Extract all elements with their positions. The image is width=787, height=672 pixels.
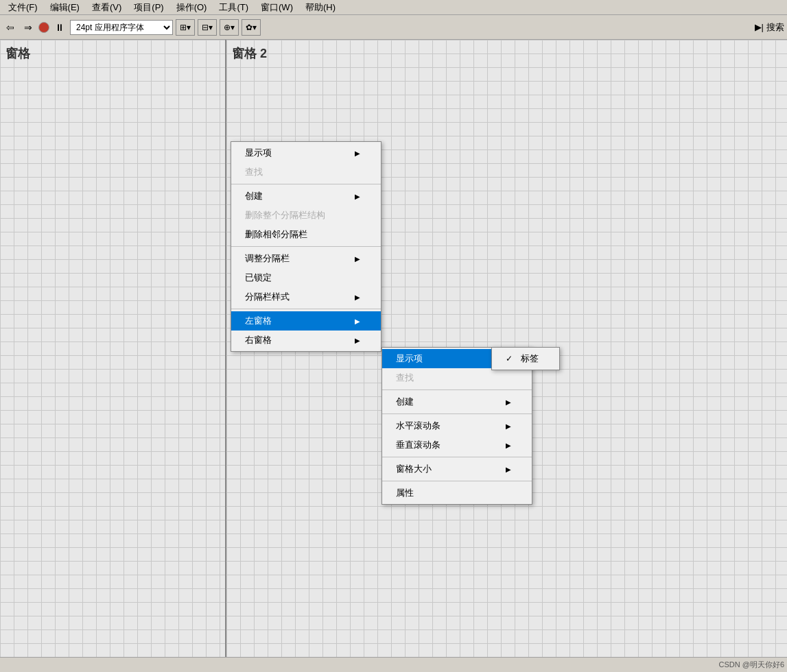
menu-l1-adjust[interactable]: 调整分隔栏 ▶: [231, 249, 381, 268]
arrow-icon: ▶: [355, 337, 360, 344]
menu-l3-label[interactable]: ✓ 标签: [492, 349, 559, 368]
right-pane-title: 窗格 2: [232, 45, 267, 62]
separator-2: [231, 246, 381, 247]
arrow-icon: ▶: [355, 293, 360, 301]
menu-l2-find: 查找: [382, 368, 532, 387]
menu-view[interactable]: 查看(V): [86, 0, 127, 15]
separator-3: [231, 309, 381, 309]
menu-file[interactable]: 文件(F): [3, 0, 43, 15]
menubar: 文件(F) 编辑(E) 查看(V) 项目(P) 操作(O) 工具(T) 窗口(W…: [0, 0, 787, 15]
menu-l1-locked[interactable]: 已锁定: [231, 268, 381, 287]
arrow-icon: ▶: [506, 466, 511, 473]
arrow-icon: ▶: [506, 422, 511, 430]
pause-btn[interactable]: ⏸: [52, 20, 67, 35]
back-btn[interactable]: ⇦: [3, 20, 18, 35]
arrow-icon: ▶: [506, 398, 511, 406]
menu-help[interactable]: 帮助(H): [300, 0, 341, 15]
menu-l1-find: 查找: [231, 163, 381, 182]
menu-l2-vscroll[interactable]: 垂直滚动条 ▶: [382, 435, 532, 455]
menu-l1-delete-all: 删除整个分隔栏结构: [231, 206, 381, 225]
forward-btn[interactable]: ⇒: [21, 20, 36, 35]
menu-l1-left-pane[interactable]: 左窗格 ▶: [231, 311, 381, 331]
arrow-icon: ▶: [355, 255, 360, 263]
icon-btn-2[interactable]: ⊟▾: [198, 19, 217, 36]
statusbar-right: CSDN @明天你好6: [718, 660, 784, 670]
arrow-icon: ▶: [355, 193, 360, 200]
icon-btn-4[interactable]: ✿▾: [242, 19, 261, 36]
main-area: 窗格 窗格 2 显示项 ▶ 查找 创建 ▶ 删除整个分隔栏结构 删除相邻分隔栏 …: [0, 40, 787, 657]
menu-l2-hscroll[interactable]: 水平滚动条 ▶: [382, 416, 532, 435]
separator-l2-1: [382, 389, 532, 390]
separator-l2-3: [382, 457, 532, 457]
icon-btn-3[interactable]: ⊕▾: [220, 19, 239, 36]
search-area: ▶| 搜索: [755, 21, 784, 34]
statusbar: CSDN @明天你好6: [0, 657, 787, 672]
left-pane: 窗格: [0, 40, 226, 657]
menu-edit[interactable]: 编辑(E): [45, 0, 85, 15]
search-label: 搜索: [766, 21, 784, 34]
font-size-select[interactable]: 24pt 应用程序字体: [70, 20, 173, 35]
left-pane-title: 窗格: [5, 45, 30, 62]
menu-project[interactable]: 项目(P): [128, 0, 169, 15]
toolbar: ⇦ ⇒ ⏸ 24pt 应用程序字体 ⊞▾ ⊟▾ ⊕▾ ✿▾ ▶| 搜索: [0, 15, 787, 40]
left-pane-grid: 窗格: [0, 40, 225, 657]
menu-operate[interactable]: 操作(O): [171, 0, 213, 15]
menu-window[interactable]: 窗口(W): [255, 0, 298, 15]
menu-l1-style[interactable]: 分隔栏样式 ▶: [231, 287, 381, 307]
icon-btn-1[interactable]: ⊞▾: [176, 19, 195, 36]
menu-l2-create[interactable]: 创建 ▶: [382, 392, 532, 411]
context-menu-l3: ✓ 标签: [491, 347, 560, 370]
search-arrow: ▶|: [755, 22, 764, 32]
record-btn[interactable]: [38, 22, 49, 33]
arrow-icon: ▶: [355, 317, 360, 325]
menu-l1-delete-adjacent[interactable]: 删除相邻分隔栏: [231, 225, 381, 244]
arrow-icon: ▶: [506, 442, 511, 449]
menu-l1-create[interactable]: 创建 ▶: [231, 187, 381, 206]
menu-tools[interactable]: 工具(T): [213, 0, 254, 15]
menu-l1-show-items[interactable]: 显示项 ▶: [231, 143, 381, 163]
context-menu-l2: 显示项 ▶ 查找 创建 ▶ 水平滚动条 ▶ 垂直滚动条 ▶ 窗格大小 ▶ 属性: [381, 347, 532, 505]
context-menu-l1: 显示项 ▶ 查找 创建 ▶ 删除整个分隔栏结构 删除相邻分隔栏 调整分隔栏 ▶ …: [231, 141, 381, 352]
separator-l2-2: [382, 413, 532, 414]
separator-l2-4: [382, 481, 532, 481]
separator-1: [231, 184, 381, 184]
arrow-icon: ▶: [355, 149, 360, 157]
menu-l2-properties[interactable]: 属性: [382, 483, 532, 503]
menu-l2-pane-size[interactable]: 窗格大小 ▶: [382, 459, 532, 479]
check-icon: ✓: [506, 354, 513, 363]
menu-l1-right-pane[interactable]: 右窗格 ▶: [231, 331, 381, 350]
